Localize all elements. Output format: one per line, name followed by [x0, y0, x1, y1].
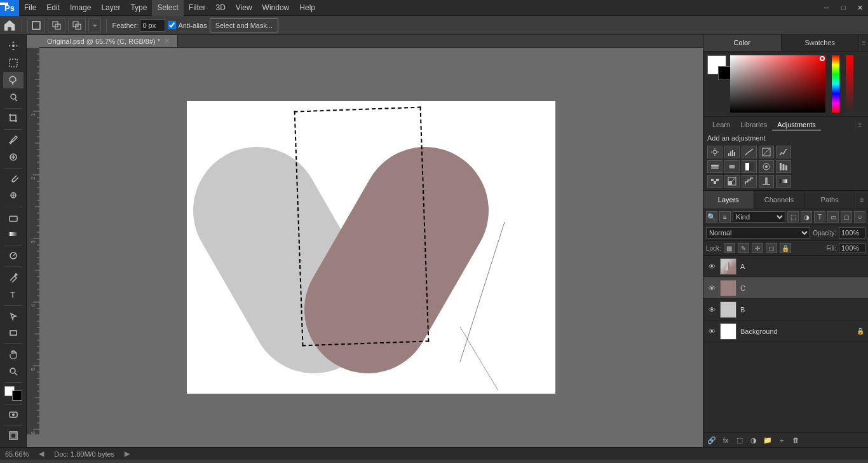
tool-pen[interactable]: [3, 269, 24, 286]
canvas-area[interactable]: Original.psd @ 65.7% (C, RGB/8#) * ✕: [27, 35, 703, 447]
marquee-add-btn[interactable]: +: [88, 18, 101, 32]
close-tab-icon[interactable]: ✕: [164, 37, 170, 45]
tab-channels[interactable]: Channels: [754, 191, 805, 209]
minimize-button[interactable]: ─: [818, 0, 835, 16]
group-icon[interactable]: 📁: [762, 435, 773, 445]
artwork-canvas[interactable]: [187, 101, 555, 394]
adj-levels[interactable]: [724, 146, 740, 158]
adj-photofilter[interactable]: [759, 160, 774, 173]
adjustment-icon[interactable]: ◑: [748, 435, 759, 445]
filter-toggle[interactable]: ○: [854, 211, 865, 223]
home-icon[interactable]: [3, 18, 17, 32]
tab-layers[interactable]: Layers: [703, 191, 754, 209]
adj-colorbalance[interactable]: [724, 160, 740, 173]
lock-transparency-icon[interactable]: ▦: [724, 243, 735, 253]
close-button[interactable]: ✕: [851, 0, 868, 16]
layer-eye-b[interactable]: 👁: [707, 305, 716, 314]
layer-eye-bg[interactable]: 👁: [707, 327, 716, 336]
tab-swatches[interactable]: Swatches: [782, 35, 860, 51]
menu-file[interactable]: File: [19, 0, 41, 16]
color-gradient[interactable]: [730, 55, 825, 113]
tool-zoom[interactable]: [3, 363, 24, 380]
tool-move[interactable]: [3, 38, 24, 54]
foreground-swatch[interactable]: [707, 55, 726, 74]
color-panel-collapse[interactable]: ≡: [859, 35, 868, 51]
tool-crop[interactable]: [3, 111, 24, 127]
tab-adjustments[interactable]: Adjustments: [772, 120, 821, 130]
tool-change-screen[interactable]: [3, 427, 24, 444]
mask-icon[interactable]: ⬚: [734, 435, 745, 445]
adj-brightness[interactable]: [707, 146, 722, 158]
adj-exposure[interactable]: [759, 146, 774, 158]
color-picker-handle[interactable]: [820, 56, 825, 61]
tab-paths[interactable]: Paths: [804, 191, 855, 209]
search-icon[interactable]: 🔍: [706, 211, 717, 223]
fill-input[interactable]: 100%: [839, 243, 865, 253]
type-filter-icon[interactable]: T: [814, 211, 825, 223]
tool-gradient[interactable]: [3, 226, 24, 242]
document-tab-active[interactable]: Original.psd @ 65.7% (C, RGB/8#) * ✕: [39, 35, 178, 47]
lock-all-icon[interactable]: 🔒: [780, 243, 791, 253]
tab-color[interactable]: Color: [703, 35, 782, 51]
menu-select[interactable]: Select: [152, 0, 183, 16]
layers-panel-menu[interactable]: ≡: [855, 191, 868, 209]
color-spectrum[interactable]: [832, 55, 839, 113]
feather-input[interactable]: 0 px: [140, 19, 165, 32]
lock-artboard-icon[interactable]: ◻: [766, 243, 777, 253]
menu-help[interactable]: Help: [294, 0, 320, 16]
marquee-subtract-btn[interactable]: [68, 18, 86, 32]
tool-eyedropper[interactable]: [3, 132, 24, 148]
adjustment-filter-icon[interactable]: ◑: [801, 211, 812, 223]
blend-mode-select[interactable]: Normal: [706, 227, 810, 238]
layer-item-background[interactable]: 👁 Background 🔒: [703, 321, 868, 342]
layer-eye-c[interactable]: 👁: [707, 284, 716, 293]
menu-image[interactable]: Image: [65, 0, 96, 16]
adj-threshold[interactable]: [759, 175, 774, 188]
link-icon[interactable]: 🔗: [706, 435, 717, 445]
adj-vibrance[interactable]: [776, 146, 791, 158]
adj-invert[interactable]: [724, 175, 740, 188]
adj-huesat[interactable]: [707, 160, 722, 173]
marquee-rect-btn[interactable]: [27, 18, 45, 32]
menu-layer[interactable]: Layer: [96, 0, 125, 16]
tool-hand[interactable]: [3, 346, 24, 363]
color-alpha[interactable]: [846, 55, 853, 113]
adj-gradientmap[interactable]: [776, 175, 791, 188]
tool-brush[interactable]: [3, 170, 24, 187]
tool-clone[interactable]: [3, 188, 24, 204]
tool-quick-select[interactable]: [3, 89, 24, 106]
marquee-intersect-btn[interactable]: [48, 18, 65, 32]
tool-healing[interactable]: [3, 149, 24, 165]
tool-marquee[interactable]: [3, 55, 24, 71]
tool-text[interactable]: T: [3, 286, 24, 303]
tool-dodge[interactable]: [3, 247, 24, 264]
antialias-label[interactable]: Anti-alias: [168, 21, 207, 29]
adj-panel-collapse[interactable]: ≡: [855, 120, 864, 130]
tab-libraries[interactable]: Libraries: [735, 120, 772, 130]
antialias-checkbox[interactable]: [168, 21, 176, 29]
menu-type[interactable]: Type: [125, 0, 152, 16]
adj-posterize[interactable]: [742, 175, 757, 188]
smartobj-filter-icon[interactable]: ◻: [841, 211, 852, 223]
tool-eraser[interactable]: [3, 209, 24, 226]
tool-lasso[interactable]: [3, 72, 24, 88]
opacity-input[interactable]: 100%: [839, 227, 865, 238]
stat-arrow-left[interactable]: ◀: [39, 450, 44, 458]
delete-layer-icon[interactable]: 🗑: [790, 435, 801, 445]
fx-icon[interactable]: fx: [720, 435, 731, 445]
menu-edit[interactable]: Edit: [41, 0, 65, 16]
menu-window[interactable]: Window: [257, 0, 295, 16]
menu-filter[interactable]: Filter: [184, 0, 211, 16]
lock-position-icon[interactable]: ✛: [752, 243, 763, 253]
adj-colorlookup[interactable]: [707, 175, 722, 188]
filter-icon[interactable]: ≡: [719, 211, 731, 223]
adj-blackwhite[interactable]: [742, 160, 757, 173]
tool-shape[interactable]: [3, 325, 24, 342]
adj-curves[interactable]: [742, 146, 757, 158]
tab-learn[interactable]: Learn: [707, 120, 735, 130]
tool-path-select[interactable]: [3, 308, 24, 324]
layer-item-b[interactable]: 👁 B: [703, 299, 868, 321]
menu-3d[interactable]: 3D: [210, 0, 230, 16]
layer-eye-a[interactable]: 👁: [707, 262, 716, 271]
layer-item-a[interactable]: 👁 A: [703, 256, 868, 277]
